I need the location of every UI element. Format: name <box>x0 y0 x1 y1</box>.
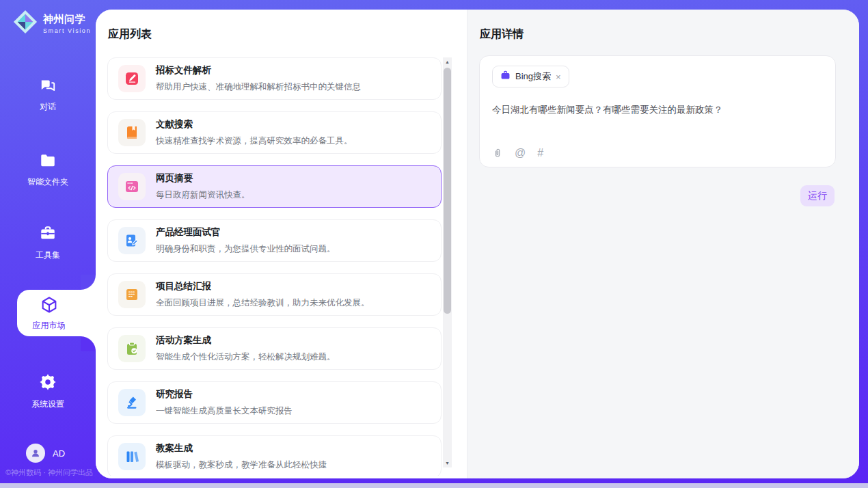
sidebar-item-chat[interactable]: 对话 <box>0 77 96 113</box>
books-icon <box>118 443 146 470</box>
app-detail-title: 应用详情 <box>480 27 524 42</box>
scroll-down-button[interactable]: ▼ <box>443 459 452 467</box>
edit-doc-icon <box>118 65 146 92</box>
sidebar-item-label: 对话 <box>40 101 56 113</box>
app-list: 招标文件解析帮助用户快速、准确地理解和解析招标书中的关键信息文献搜索快速精准查找… <box>107 57 442 476</box>
web-code-icon <box>118 173 146 200</box>
app-card-description: 智能生成个性化活动方案，轻松解决规划难题。 <box>156 351 336 363</box>
app-card-title: 项目总结汇报 <box>156 280 370 293</box>
app-card[interactable]: 招标文件解析帮助用户快速、准确地理解和解析招标书中的关键信息 <box>107 57 442 100</box>
toolbox-icon <box>39 225 57 245</box>
app-card-description: 明确身份和职责，为您提供专业性的面试问题。 <box>156 243 336 255</box>
app-card[interactable]: 活动方案生成智能生成个性化活动方案，轻松解决规划难题。 <box>107 327 442 370</box>
app-list-title: 应用列表 <box>108 27 152 42</box>
scroll-up-button[interactable]: ▲ <box>443 57 452 66</box>
sidebar-item-app-market[interactable]: 应用市场 <box>17 290 96 336</box>
tool-tag-bing-search[interactable]: Bing搜索 × <box>492 66 569 87</box>
sidebar-item-label: 应用市场 <box>33 320 66 331</box>
sidebar-item-system-settings[interactable]: 系统设置 <box>0 372 96 410</box>
app-card-description: 帮助用户快速、准确地理解和解析招标书中的关键信息 <box>156 81 361 93</box>
sidebar-item-label: 工具集 <box>36 249 60 261</box>
gem-logo-icon <box>12 9 38 38</box>
briefcase-icon <box>500 70 511 83</box>
clipboard-check-icon <box>118 335 146 362</box>
query-input[interactable]: 今日湖北有哪些新闻要点？有哪些需要关注的最新政策？ <box>492 104 820 116</box>
app-list-panel: 应用列表 招标文件解析帮助用户快速、准确地理解和解析招标书中的关键信息文献搜索快… <box>96 10 467 478</box>
user-account[interactable]: AD <box>26 444 65 463</box>
app-card-title: 招标文件解析 <box>156 64 361 77</box>
user-initials: AD <box>53 448 65 459</box>
window-bottom-edge <box>0 483 868 488</box>
app-card[interactable]: 项目总结汇报全面回顾项目进展，总结经验教训，助力未来优化发展。 <box>107 273 442 316</box>
brand-subtitle: Smart Vision <box>43 27 91 34</box>
app-card[interactable]: 产品经理面试官明确身份和职责，为您提供专业性的面试问题。 <box>107 219 442 262</box>
app-card[interactable]: 文献搜索快速精准查找学术资源，提高研究效率的必备工具。 <box>107 111 442 154</box>
microscope-icon <box>118 389 146 416</box>
app-card-title: 网页摘要 <box>156 172 250 185</box>
copyright-text: ©神州数码 · 神州问学出品 <box>5 467 93 478</box>
main-content: 应用列表 招标文件解析帮助用户快速、准确地理解和解析招标书中的关键信息文献搜索快… <box>96 10 859 478</box>
run-button[interactable]: 运行 <box>800 185 835 206</box>
active-tab-curve-top <box>81 275 96 290</box>
tool-tag-label: Bing搜索 <box>515 70 551 83</box>
chat-icon <box>39 77 57 97</box>
prompt-card: Bing搜索 × 今日湖北有哪些新闻要点？有哪些需要关注的最新政策？ @# <box>479 55 836 167</box>
app-card-title: 产品经理面试官 <box>156 226 336 239</box>
scrollbar-thumb[interactable] <box>444 68 451 314</box>
app-card-description: 快速精准查找学术资源，提高研究效率的必备工具。 <box>156 135 353 147</box>
app-card-description: 全面回顾项目进展，总结经验教训，助力未来优化发展。 <box>156 297 370 309</box>
app-detail-panel: 应用详情 Bing搜索 × 今日湖北有哪些新闻要点？有哪些需要关注的最新政策？ … <box>467 10 859 478</box>
app-card-title: 活动方案生成 <box>156 334 336 347</box>
cube-icon <box>40 295 59 317</box>
sidebar: 神州问学 Smart Vision 对话智能文件夹工具集应用市场系统设置 AD … <box>0 0 96 488</box>
app-card-title: 研究报告 <box>156 388 293 401</box>
app-card-description: 每日政府新闻资讯快查。 <box>156 189 250 201</box>
active-tab-curve-bottom <box>81 336 96 351</box>
app-card[interactable]: 教案生成模板驱动，教案秒成，教学准备从此轻松快捷 <box>107 435 442 476</box>
avatar <box>26 444 45 463</box>
app-card-title: 文献搜索 <box>156 118 353 131</box>
hash-icon[interactable]: # <box>537 147 543 159</box>
mention-icon[interactable]: @ <box>515 147 526 159</box>
sidebar-item-label: 智能文件夹 <box>27 176 68 188</box>
book-icon <box>118 119 146 146</box>
app-card-title: 教案生成 <box>156 442 327 455</box>
app-card[interactable]: 研究报告一键智能生成高质量长文本研究报告 <box>107 381 442 424</box>
app-window: 神州问学 Smart Vision 对话智能文件夹工具集应用市场系统设置 AD … <box>0 0 868 488</box>
scrollbar[interactable]: ▲ ▼ <box>443 57 452 467</box>
brand-title: 神州问学 <box>43 13 91 26</box>
brand-logo: 神州问学 Smart Vision <box>12 9 91 38</box>
sidebar-item-smart-folders[interactable]: 智能文件夹 <box>0 152 96 188</box>
sidebar-item-label: 系统设置 <box>31 398 64 410</box>
gear-icon <box>38 372 57 394</box>
close-icon[interactable]: × <box>556 72 561 81</box>
attachment-icon[interactable] <box>492 147 503 159</box>
sidebar-item-toolset[interactable]: 工具集 <box>0 225 96 261</box>
report-note-icon <box>118 281 146 308</box>
app-card-description: 模板驱动，教案秒成，教学准备从此轻松快捷 <box>156 459 327 471</box>
interviewer-icon <box>118 227 146 254</box>
app-card[interactable]: 网页摘要每日政府新闻资讯快查。 <box>107 165 442 208</box>
folder-icon <box>39 152 57 172</box>
app-card-description: 一键智能生成高质量长文本研究报告 <box>156 405 293 417</box>
composer-toolbar: @# <box>492 147 543 159</box>
